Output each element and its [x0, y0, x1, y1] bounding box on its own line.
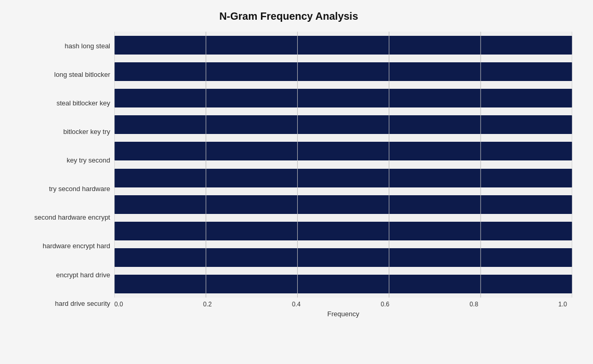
bar: [114, 89, 572, 107]
chart-title: N-Gram Frequency Analysis: [5, 10, 572, 22]
bar-row: [114, 191, 572, 218]
bar-row: [114, 85, 572, 111]
bar-row: [114, 218, 572, 244]
y-axis-label: try second hardware: [5, 174, 110, 203]
bar: [114, 222, 572, 240]
chart-area: hash long steallong steal bitlockersteal…: [5, 32, 572, 318]
x-tick: 0.4: [292, 301, 301, 308]
x-axis: 0.00.20.40.60.81.0: [114, 298, 572, 308]
x-tick: 0.6: [381, 301, 390, 308]
chart-container: N-Gram Frequency Analysis hash long stea…: [0, 0, 593, 364]
x-tick: 1.0: [558, 301, 567, 308]
bar-row: [114, 138, 572, 165]
bar: [114, 275, 572, 293]
bar-row: [114, 271, 572, 298]
bar-row: [114, 32, 572, 58]
y-axis: hash long steallong steal bitlockersteal…: [5, 32, 114, 318]
bar: [114, 62, 572, 81]
y-axis-label: steal bitlocker key: [5, 89, 110, 117]
y-axis-label: hardware encrypt hard: [5, 232, 110, 261]
y-axis-label: long steal bitlocker: [5, 60, 110, 89]
y-axis-label: second hardware encrypt: [5, 204, 110, 232]
y-axis-label: bitlocker key try: [5, 117, 110, 146]
x-tick: 0.8: [469, 301, 478, 308]
bar: [114, 36, 572, 55]
bar-row: [114, 58, 572, 85]
x-tick: 0.0: [114, 301, 123, 308]
bar-row: [114, 165, 572, 191]
plot-area: [114, 32, 572, 298]
x-axis-label: Frequency: [114, 310, 572, 318]
bars-wrapper: [114, 32, 572, 298]
bar: [114, 142, 572, 160]
y-axis-label: key try second: [5, 146, 110, 174]
bar: [114, 248, 572, 267]
bar: [114, 195, 572, 214]
bar-row: [114, 245, 572, 271]
y-axis-label: hard drive security: [5, 289, 110, 318]
y-axis-label: hash long steal: [5, 32, 110, 60]
x-tick: 0.2: [203, 301, 212, 308]
bar-row: [114, 112, 572, 138]
bar: [114, 169, 572, 187]
y-axis-label: encrypt hard drive: [5, 261, 110, 289]
bar: [114, 115, 572, 134]
